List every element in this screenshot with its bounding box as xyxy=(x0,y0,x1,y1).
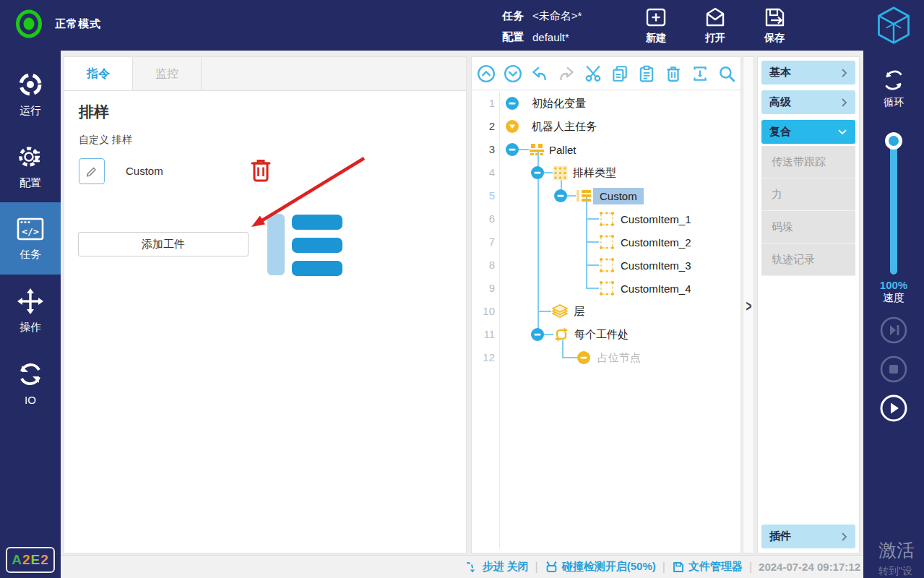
new-button[interactable]: 新建 xyxy=(636,4,676,45)
tree-toolbar xyxy=(472,57,741,90)
tree-row[interactable]: CustomItem_1 xyxy=(599,207,691,230)
collision-icon xyxy=(545,561,558,574)
sidebar-item-operate[interactable]: 操作 xyxy=(0,275,61,347)
library-group-composite[interactable]: 复合 xyxy=(761,120,855,144)
minus-node-yellow-icon xyxy=(577,351,590,364)
save-button[interactable]: 保存 xyxy=(754,4,795,45)
library-item-palletizing[interactable]: 码垛 xyxy=(761,211,855,243)
program-tree: 1 2 3 4 5 6 7 8 9 10 11 12 xyxy=(472,90,741,553)
tree-row[interactable]: Pallet xyxy=(506,138,577,161)
move-down-icon[interactable] xyxy=(504,64,522,83)
execution-rail: 循环 100% 速度 xyxy=(863,51,924,578)
library-item-conveyor-tracking[interactable]: 传送带跟踪 xyxy=(761,146,855,178)
config-label: 配置 xyxy=(502,30,524,44)
undo-icon[interactable] xyxy=(530,64,549,83)
custom-item-icon xyxy=(599,211,615,227)
paste-icon[interactable] xyxy=(637,64,656,83)
save-icon xyxy=(761,4,787,30)
add-workpiece-button[interactable]: 添加工件 xyxy=(78,232,249,256)
line-number: 7 xyxy=(472,230,495,254)
node-library-panel: 基本 高级 复合 传送带跟踪 力 码垛 轨迹记录 xyxy=(757,56,860,553)
datetime: 2024-07-24 09:17:12 xyxy=(759,561,860,573)
step-icon xyxy=(465,561,478,574)
open-icon xyxy=(702,4,728,30)
tree-row[interactable]: 占位节点 xyxy=(577,346,641,369)
step-mode-status[interactable]: 步进 关闭 xyxy=(465,560,528,574)
line-number: 9 xyxy=(472,277,495,300)
delete-pattern-button[interactable] xyxy=(249,158,272,184)
instruction-form-panel: 指令 监控 排样 自定义 排样 Custom 添加工件 xyxy=(64,56,467,553)
pattern-preview-item xyxy=(292,261,342,276)
mode-label: 正常模式 xyxy=(55,17,101,31)
insert-icon[interactable] xyxy=(691,64,709,83)
expand-panel-handle[interactable]: > xyxy=(743,56,754,553)
robot-id-badge[interactable]: A 2 E 2 xyxy=(6,547,55,573)
foreach-loop-icon xyxy=(553,327,569,342)
library-group-basic[interactable]: 基本 xyxy=(761,61,855,85)
rename-pattern-button[interactable] xyxy=(79,158,105,184)
library-item-force[interactable]: 力 xyxy=(761,178,855,211)
file-manager-icon xyxy=(672,561,685,574)
tab-instruction[interactable]: 指令 xyxy=(64,57,133,90)
delete-icon[interactable] xyxy=(664,64,683,83)
pallet-icon xyxy=(529,142,545,158)
stop-button[interactable] xyxy=(880,355,907,383)
custom-item-icon xyxy=(599,257,615,273)
copy-icon[interactable] xyxy=(610,64,629,83)
top-bar: 正常模式 任务 <未命名>* 配置 default* 新建 xyxy=(0,0,924,51)
custom-pattern-icon xyxy=(576,188,592,204)
mode-indicator-icon xyxy=(14,9,43,38)
tree-row[interactable]: CustomItem_4 xyxy=(599,277,691,300)
loop-icon xyxy=(881,68,907,92)
svg-text:</>: </> xyxy=(22,226,39,237)
tree-row[interactable]: CustomItem_3 xyxy=(599,254,691,277)
line-number: 3 xyxy=(472,138,495,161)
tree-row[interactable]: 初始化变量 xyxy=(506,92,586,115)
tree-row[interactable]: CustomItem_2 xyxy=(599,230,691,254)
speed-slider-handle[interactable] xyxy=(885,132,902,150)
line-number: 11 xyxy=(472,323,495,346)
line-number: 8 xyxy=(472,254,495,277)
tree-connector xyxy=(586,241,599,243)
collision-detection-status[interactable]: 碰撞检测开启(50%) xyxy=(545,560,656,574)
tree-row[interactable]: 机器人主任务 xyxy=(506,115,597,138)
file-actions: 新建 打开 保存 xyxy=(636,4,795,45)
search-icon[interactable] xyxy=(717,64,736,83)
open-button[interactable]: 打开 xyxy=(695,4,735,45)
main-task-node-icon xyxy=(506,120,519,133)
redo-icon[interactable] xyxy=(557,64,576,83)
tree-connector xyxy=(586,218,599,220)
line-number: 6 xyxy=(472,207,495,230)
custom-item-icon xyxy=(599,280,615,296)
library-group-advanced[interactable]: 高级 xyxy=(761,90,855,114)
run-icon xyxy=(16,70,45,99)
status-bar: 步进 关闭 | 碰撞检测开启(50%) | 文件管理器 | xyxy=(61,555,863,578)
page-title: 排样 xyxy=(79,102,109,122)
task-label: 任务 xyxy=(502,9,524,23)
chevron-right-icon: > xyxy=(746,296,751,314)
play-button[interactable] xyxy=(880,394,907,422)
tree-row[interactable]: 每个工件处 xyxy=(531,323,629,346)
speed-slider-track[interactable] xyxy=(890,141,897,275)
brand-logo xyxy=(873,4,914,49)
sidebar-item-task[interactable]: </> 任务 xyxy=(0,202,61,275)
sidebar-item-io[interactable]: IO xyxy=(0,347,61,419)
sidebar-item-config[interactable]: 配置 xyxy=(0,130,61,202)
cut-icon[interactable] xyxy=(584,64,603,83)
io-icon xyxy=(16,360,45,389)
tab-monitor[interactable]: 监控 xyxy=(133,57,202,90)
node-circle-icon xyxy=(531,166,544,179)
library-group-plugin[interactable]: 插件 xyxy=(761,525,855,548)
tree-row[interactable]: 层 xyxy=(551,300,584,323)
step-next-button[interactable] xyxy=(880,316,907,344)
robot-mode-status: 正常模式 xyxy=(14,9,101,38)
file-manager-button[interactable]: 文件管理器 xyxy=(672,560,743,574)
move-up-icon[interactable] xyxy=(477,64,496,83)
pattern-preview-item xyxy=(292,215,342,230)
tree-row selected[interactable]: Custom xyxy=(554,184,644,207)
library-item-trajectory-record[interactable]: 轨迹记录 xyxy=(761,243,855,276)
tree-row[interactable]: 排样类型 xyxy=(531,161,616,184)
loop-toggle-button[interactable]: 循环 xyxy=(863,68,924,109)
sidebar-item-run[interactable]: 运行 xyxy=(0,58,61,130)
app-window: 正常模式 任务 <未命名>* 配置 default* 新建 xyxy=(0,0,924,578)
